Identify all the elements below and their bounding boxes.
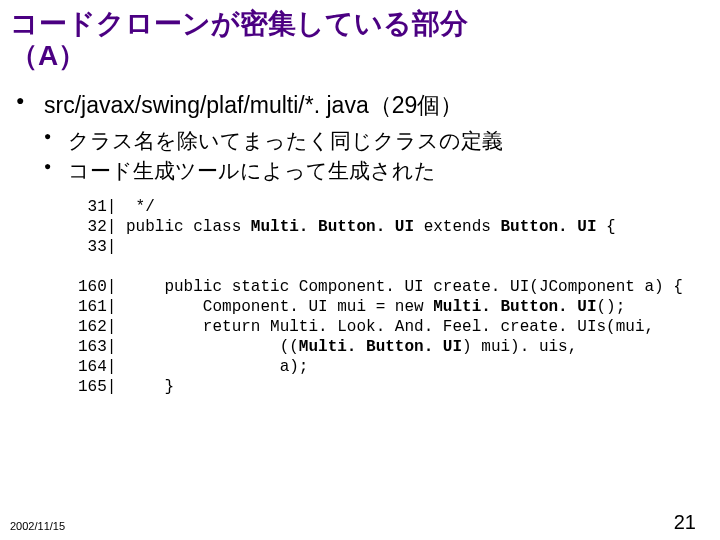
code-line-33-num: 33| <box>78 238 116 256</box>
code-line-32-post: { <box>597 218 616 236</box>
code-line-161-pre: Component. UI mui = new <box>116 298 433 316</box>
main-bullets: src/javax/swing/plaf/multi/*. java（29個） … <box>16 90 710 397</box>
code-line-32-b2: Button. UI <box>500 218 596 236</box>
code-line-31-txt: */ <box>116 198 154 216</box>
code-line-31-num: 31| <box>78 198 116 216</box>
code-line-162-txt: return Multi. Look. And. Feel. create. U… <box>116 318 654 336</box>
code-line-165-txt: } <box>116 378 174 396</box>
code-line-165-num: 165| <box>78 378 116 396</box>
code-line-163-post: ) mui). uis, <box>462 338 577 356</box>
code-line-162-num: 162| <box>78 318 116 336</box>
code-line-163-b: Multi. Button. UI <box>299 338 462 356</box>
code-line-160-num: 160| <box>78 278 116 296</box>
sub-bullets: クラス名を除いてまったく同じクラスの定義 コード生成ツールによって生成された <box>44 127 710 185</box>
code-line-32-pre: public class <box>116 218 250 236</box>
footer-page-number: 21 <box>674 511 696 534</box>
title-line1: コードクローンが密集している部分 <box>10 8 468 39</box>
code-line-160-txt: public static Component. UI create. UI(J… <box>116 278 683 296</box>
footer-date: 2002/11/15 <box>10 520 65 532</box>
code-line-32-mid: extends <box>414 218 500 236</box>
code-line-161-b: Multi. Button. UI <box>433 298 596 316</box>
code-line-164-num: 164| <box>78 358 116 376</box>
main-bullet-item: src/javax/swing/plaf/multi/*. java（29個） … <box>16 90 710 397</box>
code-line-32-num: 32| <box>78 218 116 236</box>
sub-bullet-a: クラス名を除いてまったく同じクラスの定義 <box>44 127 710 155</box>
title-line2: （A） <box>10 40 86 71</box>
code-line-164-txt: a); <box>116 358 308 376</box>
code-line-161-post: (); <box>597 298 626 316</box>
code-line-163-num: 163| <box>78 338 116 356</box>
code-block: 31| */ 32| public class Multi. Button. U… <box>78 197 710 397</box>
main-bullet-text: src/javax/swing/plaf/multi/*. java（29個） <box>44 92 463 118</box>
slide-title: コードクローンが密集している部分 （A） <box>10 8 710 72</box>
code-line-163-pre: (( <box>116 338 298 356</box>
slide: コードクローンが密集している部分 （A） src/javax/swing/pla… <box>0 0 720 540</box>
code-line-32-b1: Multi. Button. UI <box>251 218 414 236</box>
sub-bullet-b: コード生成ツールによって生成された <box>44 157 710 185</box>
code-line-161-num: 161| <box>78 298 116 316</box>
